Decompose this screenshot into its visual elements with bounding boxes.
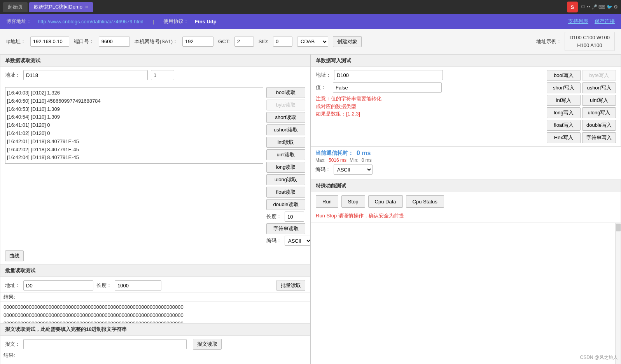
ushort-read-button[interactable]: ushort读取 — [266, 124, 305, 135]
single-read-count-input[interactable] — [151, 70, 174, 80]
uint-write-button[interactable]: uint写入 — [582, 95, 616, 106]
ulong-write-button[interactable]: ulong写入 — [582, 107, 616, 118]
watermark: CSDN @风之旅人 — [580, 354, 618, 361]
bool-write-button[interactable]: bool写入 — [547, 70, 581, 81]
float-write-button[interactable]: float写入 — [547, 120, 581, 131]
short-write-button[interactable]: short写入 — [547, 82, 581, 93]
single-read-section: 单数据读取测试 地址： [16:40:03] [D102] 1.326 [16:… — [0, 54, 310, 265]
long-read-button[interactable]: long读取 — [266, 162, 305, 173]
curve-row: 曲线 — [0, 249, 310, 264]
string-write-button[interactable]: 字符串写入 — [582, 132, 616, 143]
batch-read-section: 批量读取测试 地址： 长度： 批量读取 结果: 0000000000000000… — [0, 265, 310, 324]
write-addr-label: 地址： — [316, 72, 331, 79]
uint-read-button[interactable]: uint读取 — [266, 149, 305, 160]
single-write-header: 单数据写入测试 — [311, 55, 621, 67]
port-label: 端口号： — [74, 38, 94, 45]
special-func-section: 特殊功能测试 Run Stop Cpu Data Cpu Status Run … — [311, 180, 621, 364]
single-read-addr-label: 地址： — [5, 72, 20, 79]
cpu-data-button[interactable]: Cpu Data — [368, 195, 403, 208]
comm-time-value: 0 ms — [357, 150, 371, 157]
encoding-label: 编码： — [266, 237, 282, 244]
write-note: 注意：值的字符串需要能转化 成对应的数据类型 如果是数组：[1,2,3] — [316, 95, 537, 118]
write-encoding-select[interactable]: ASCII UTF-8 GB2312 — [334, 164, 373, 175]
batch-read-button[interactable]: 批量读取 — [276, 280, 305, 291]
protocol-label: 使用协议： — [163, 18, 189, 25]
write-addr-input[interactable] — [334, 70, 443, 80]
single-read-buttons: bool读取 byte读取 short读取 ushort读取 inti读取 ui… — [266, 87, 305, 246]
ip-input[interactable] — [30, 37, 69, 47]
curve-button[interactable]: 曲线 — [5, 250, 24, 261]
byte-read-button: byte读取 — [266, 100, 305, 110]
write-left: 地址： 值： 注意：值的字符串需要能转化 成对应的数据类型 如果是数组：[1,2… — [311, 67, 542, 146]
cpu-status-button[interactable]: Cpu Status — [406, 195, 444, 208]
conn-bar: Ip地址： 端口号： 本机网络号(SA1)： GCT: SID: CDAB AB… — [0, 29, 621, 54]
example-label: 地址示例： — [536, 38, 562, 45]
left-panel: 单数据读取测试 地址： [16:40:03] [D102] 1.326 [16:… — [0, 54, 311, 364]
batch-result-label: 结果: — [0, 293, 310, 301]
menu-right: 支持列表 保存连接 — [568, 18, 615, 25]
gct-input[interactable] — [234, 37, 254, 47]
support-list-link[interactable]: 支持列表 — [568, 18, 588, 25]
double-read-button[interactable]: double读取 — [266, 199, 305, 210]
write-value-input[interactable] — [333, 82, 442, 93]
tab-home[interactable]: 起始页 — [3, 2, 28, 12]
write-buttons: bool写入 byte写入 short写入 ushort写入 int写入 uin… — [542, 67, 621, 146]
sa-label: 本机网络号(SA1)： — [135, 38, 178, 45]
short-read-button[interactable]: short读取 — [266, 112, 305, 123]
ulong-read-button[interactable]: ulong读取 — [266, 174, 305, 185]
special-func-header: 特殊功能测试 — [311, 180, 621, 192]
double-write-button[interactable]: double写入 — [582, 120, 616, 131]
gct-label: GCT: — [218, 38, 230, 44]
batch-length-input[interactable] — [115, 280, 161, 290]
save-conn-link[interactable]: 保存连接 — [595, 18, 615, 25]
ip-label: Ip地址： — [6, 38, 26, 45]
length-input[interactable] — [285, 212, 304, 222]
main-layout: 单数据读取测试 地址： [16:40:03] [D102] 1.326 [16:… — [0, 54, 621, 364]
sid-input[interactable] — [273, 37, 292, 47]
port-input[interactable] — [99, 37, 130, 47]
long-write-button[interactable]: long写入 — [547, 107, 581, 118]
batch-read-header: 批量读取测试 — [0, 265, 310, 277]
byte-order-select[interactable]: CDAB ABCD BADC DCBA — [297, 37, 328, 47]
tab-close-icon[interactable]: ✕ — [85, 5, 88, 10]
sa-input[interactable] — [182, 37, 213, 47]
batch-addr-input[interactable] — [23, 280, 93, 290]
run-button[interactable]: Run — [316, 195, 338, 208]
batch-result: 0000000000000000000000000000000000000000… — [0, 301, 310, 323]
encoding-row: 编码： ASCII UTF-8 GB2312 — [266, 236, 305, 246]
telegram-input-row: 报文： 报文读取 — [0, 336, 310, 351]
int-write-button[interactable]: int写入 — [547, 95, 581, 106]
blog-url[interactable]: http://www.cnblogs.com/dathlin/p/7469679… — [38, 19, 143, 24]
single-write-section: 单数据写入测试 地址： 值： 注意：值的字符串需要能转化 成对应的数据类型 — [311, 54, 621, 147]
hex-write-button[interactable]: Hex写入 — [547, 132, 581, 143]
menu-bar: 博客地址： http://www.cnblogs.com/dathlin/p/7… — [0, 14, 621, 29]
float-read-button[interactable]: float读取 — [266, 187, 305, 198]
right-panel: 单数据写入测试 地址： 值： 注意：值的字符串需要能转化 成对应的数据类型 — [311, 54, 621, 364]
telegram-header: 报文读取测试，此处需要填入完整的16进制报文字符串 — [0, 324, 310, 336]
telegram-label: 报文： — [5, 341, 20, 348]
string-read-button[interactable]: 字符串读取 — [266, 223, 305, 234]
title-bar: 起始页 欧姆龙PLC访问Demo ✕ S 中 •• 🎤 ⌨ 🐦 ⚙ — [0, 0, 621, 14]
create-obj-button[interactable]: 创建对象 — [333, 36, 362, 47]
telegram-input[interactable] — [23, 339, 187, 349]
max-label: Max: — [315, 158, 325, 163]
min-label: Min: — [350, 158, 359, 163]
encoding-select[interactable]: ASCII UTF-8 GB2312 — [285, 236, 311, 246]
comm-status: 当前通信耗时： 0 ms Max: 5016 ms Min: 0 ms 编码： … — [311, 147, 621, 180]
single-read-addr-input[interactable] — [23, 70, 148, 80]
app-icon: S — [567, 2, 578, 12]
telegram-read-button[interactable]: 报文读取 — [193, 339, 222, 350]
int-read-button[interactable]: inti读取 — [266, 137, 305, 148]
addr-example: D100 C100 W100 H100 A100 — [565, 32, 615, 51]
sid-label: SID: — [259, 38, 268, 44]
tab-demo[interactable]: 欧姆龙PLC访问Demo ✕ — [29, 2, 93, 12]
stop-button[interactable]: Stop — [341, 195, 365, 208]
single-read-addr-row: 地址： — [0, 67, 310, 84]
byte-write-button: byte写入 — [582, 70, 616, 81]
protocol-value: Fins Udp — [195, 19, 217, 24]
ushort-write-button[interactable]: ushort写入 — [582, 82, 616, 93]
separator: | — [153, 19, 154, 24]
batch-addr-label: 地址： — [5, 282, 20, 289]
bool-read-button[interactable]: bool读取 — [266, 87, 305, 98]
title-bar-right: S 中 •• 🎤 ⌨ 🐦 ⚙ — [567, 2, 618, 12]
